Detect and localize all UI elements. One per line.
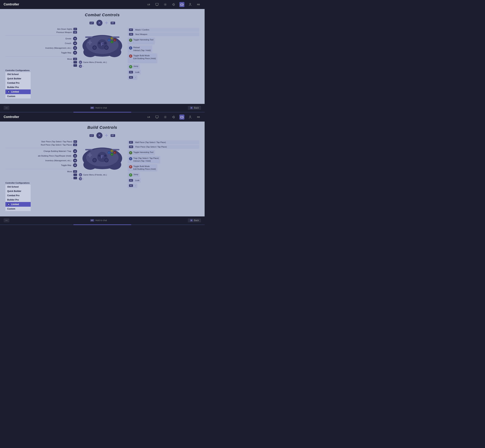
svg-rect-53: [88, 154, 92, 156]
back-text-2: Back: [194, 219, 199, 222]
binding-move-2: Move LS: [5, 170, 77, 173]
divider-3: [5, 148, 77, 148]
config-builder-pro-2[interactable]: Builder Pro: [5, 198, 31, 202]
svg-point-57: [105, 159, 108, 162]
svg-point-67: [104, 155, 106, 157]
build-center: F A B X Y: [79, 140, 126, 181]
nav-lb-2[interactable]: LB: [146, 114, 151, 120]
top-bar-2: Controller LB RB: [0, 112, 205, 121]
config-combat-pro-2[interactable]: Combat Pro: [5, 193, 31, 198]
nav-person-1[interactable]: [188, 2, 193, 7]
build-config: Controller Configurations Old School Qui…: [5, 182, 77, 211]
scroll-bar-2: [0, 224, 205, 225]
minus-button-1[interactable]: —: [4, 106, 9, 110]
combat-panel: Combat Controls LT ✕ ✛ RT Aim Down Sight…: [0, 9, 205, 104]
nav-gamepad-2[interactable]: [179, 114, 184, 120]
controller-illustration-1: F A B: [80, 28, 125, 59]
nav-gear-1[interactable]: [163, 2, 168, 7]
move-label: Move: [67, 58, 72, 60]
ate-dpad: ⊕: [73, 154, 77, 158]
binding-dash2: - ·: [5, 64, 77, 67]
rs-labels-2: Look: [135, 179, 139, 182]
a-badge-1: A: [7, 90, 10, 93]
a-labels: Jump: [133, 65, 138, 68]
svg-point-20: [93, 46, 96, 49]
binding-togglemap: Toggle Map ⊕: [5, 51, 77, 55]
svg-rect-35: [155, 116, 158, 118]
a-label1: Jump: [133, 65, 138, 68]
emote-label: Emote: [65, 38, 71, 40]
x-labels: Reload Interact (Tap / Hold): [133, 46, 151, 52]
config-limited-2[interactable]: A Limited: [5, 202, 31, 207]
rs-badge-2: RS: [129, 179, 133, 182]
nav-person-2[interactable]: [188, 114, 193, 120]
config-list-1: Old School Quick Builder Combat Pro Buil…: [5, 72, 31, 98]
crouch-dpad: ⊕: [73, 41, 77, 45]
x-icon-2: ✕: [96, 132, 103, 138]
svg-text:Y: Y: [111, 150, 113, 152]
config-old-school-1[interactable]: Old School: [5, 72, 31, 76]
app-title-1: Controller: [4, 2, 19, 6]
config-combat-pro-1[interactable]: Combat Pro: [5, 81, 31, 85]
y-group: Y Toggle Harvesting Tool -: [128, 38, 155, 45]
nav-gamepad-1[interactable]: [179, 2, 184, 7]
binding-aim: Aim Down Sights LT: [5, 28, 77, 30]
nav-speaker-1[interactable]: [171, 2, 176, 7]
config-quick-builder-1[interactable]: Quick Builder: [5, 76, 31, 81]
rs-group: RS Look: [128, 70, 141, 74]
nav-lb-1[interactable]: LB: [146, 2, 151, 7]
b-label3: -: [133, 60, 156, 62]
menu-label: Game Menu (Friends, etc.): [83, 61, 107, 63]
rs-badge: RS: [129, 71, 133, 73]
nav-rb-2[interactable]: RB: [196, 114, 201, 120]
move-label-2: Move: [67, 170, 72, 173]
config-old-school-2[interactable]: Old School: [5, 185, 31, 189]
svg-point-31: [98, 42, 100, 44]
rt-badge-top-2: RT: [111, 134, 115, 137]
rs-label1: Look: [135, 71, 139, 74]
binding-dash1: - ·: [5, 61, 77, 64]
config-quick-builder-2[interactable]: Quick Builder: [5, 189, 31, 193]
r2-labels-2: -: [135, 184, 136, 187]
wall-label: Wall Piece (Tap Select / Tap Place): [135, 141, 166, 143]
binding-dash2-2: - ·: [5, 177, 77, 179]
x-labels-2: Trap (Tap Select / Tap Place) Interact (…: [133, 157, 159, 162]
nav-rb-1[interactable]: RB: [196, 2, 201, 7]
svg-point-9: [183, 5, 183, 5]
hold-chat-1: RT Hold to chat: [90, 107, 107, 109]
nav-gear-2[interactable]: [163, 114, 168, 120]
back-text-1: Back: [194, 107, 199, 109]
binding-togglemap-2: Toggle Map ⊕: [5, 163, 77, 167]
nav-speaker-2[interactable]: [171, 114, 176, 120]
svg-text:X: X: [108, 39, 110, 41]
build-panel: Build Controls LT ✕ ✛ RT Stair Piece (Ta…: [0, 121, 205, 216]
togglemap-label-2: Toggle Map: [61, 164, 71, 166]
build-right: RT Wall Piece (Tap Select / Tap Place) R…: [126, 140, 199, 189]
dash-btn-icon: ◀: [79, 64, 82, 68]
controller-illustration-2: F A B X Y: [80, 140, 125, 172]
svg-text:B: B: [114, 39, 115, 41]
app-container: Controller LB RB: [0, 0, 205, 225]
y-badge-2: Y: [129, 151, 132, 154]
config-custom-1[interactable]: Custom: [5, 94, 31, 98]
minus-button-2[interactable]: —: [4, 218, 9, 222]
floor-label: Floor Piece (Tap Select / Tap Place): [135, 146, 167, 148]
config-limited-1[interactable]: A Limited: [5, 89, 31, 94]
nav-monitor-2[interactable]: [154, 114, 160, 120]
roof-badge: LB: [73, 144, 77, 146]
back-button-2[interactable]: B Back: [188, 218, 201, 222]
binding-emote: Emote ⊕: [5, 37, 77, 40]
back-button-1[interactable]: B Back: [188, 106, 201, 110]
a-group-2: A Jump: [128, 172, 140, 177]
bottom-bind-dash: ◀ -: [79, 64, 126, 68]
combat-config: Controller Configurations Old School Qui…: [5, 69, 77, 98]
nav-monitor-1[interactable]: [154, 2, 160, 7]
config-builder-pro-1[interactable]: Builder Pro: [5, 85, 31, 89]
rs-labels: Look: [135, 71, 139, 74]
combat-right: RT Attack / Confirm RB Next Weapon Y Tog…: [126, 28, 199, 81]
config-custom-2[interactable]: Custom: [5, 207, 31, 211]
dash2-badge: ·: [73, 64, 77, 67]
build-title: Build Controls: [5, 125, 199, 130]
menu-label-2: Game Menu (Friends, etc.): [83, 174, 107, 176]
rb-badge-r: RB: [129, 33, 133, 36]
